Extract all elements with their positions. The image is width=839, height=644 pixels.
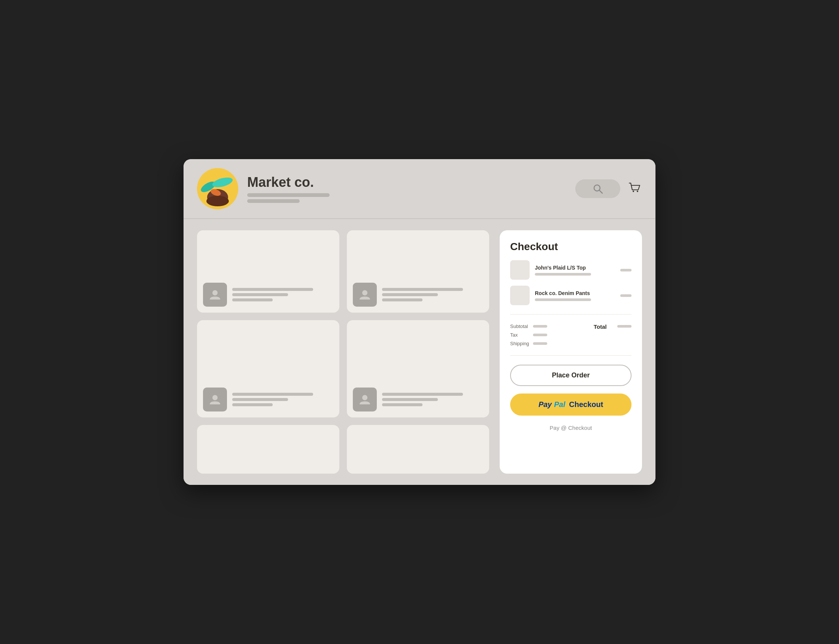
paypal-checkout-text: Checkout	[569, 400, 603, 409]
product-avatar	[353, 283, 377, 307]
product-line	[382, 403, 423, 406]
product-card[interactable]	[347, 230, 489, 313]
header-text: Market co.	[247, 174, 566, 203]
paypal-pal-text: Pal	[554, 400, 565, 409]
checkout-items: John's Plaid L/S Top Rock co. Denim Pant…	[510, 260, 632, 305]
shipping-row: Shipping	[510, 341, 547, 346]
product-line	[382, 393, 463, 396]
header-subtitle-line1	[247, 193, 330, 197]
product-lines	[382, 288, 483, 301]
svg-line-7	[599, 190, 602, 193]
paypal-pay-text: Pay	[539, 400, 552, 409]
product-grid	[197, 230, 489, 474]
item-thumbnail	[510, 260, 530, 280]
item-info: Rock co. Denim Pants	[535, 290, 615, 301]
total-summary: Total	[555, 324, 632, 346]
product-line	[232, 403, 273, 406]
item-info: John's Plaid L/S Top	[535, 265, 615, 276]
product-line	[382, 288, 463, 291]
product-avatar	[203, 283, 227, 307]
product-line	[232, 298, 273, 301]
product-card[interactable]	[197, 230, 339, 313]
subtotal-value	[533, 325, 547, 328]
cart-icon	[628, 181, 642, 195]
header-title: Market co.	[247, 174, 566, 190]
subtotal-row: Subtotal	[510, 324, 547, 329]
divider	[510, 355, 632, 356]
header-subtitle-line2	[247, 199, 299, 203]
product-card[interactable]	[347, 320, 489, 417]
product-line	[232, 398, 288, 401]
svg-point-9	[637, 191, 638, 192]
item-price-placeholder	[620, 269, 632, 271]
checkout-title: Checkout	[510, 241, 632, 253]
checkout-item: Rock co. Denim Pants	[510, 286, 632, 305]
place-order-button[interactable]: Place Order	[510, 365, 632, 386]
total-label: Total	[594, 324, 614, 330]
item-thumbnail	[510, 286, 530, 305]
totals-section: Subtotal Tax Shipping Total	[510, 324, 632, 346]
product-avatar	[203, 388, 227, 411]
shipping-label: Shipping	[510, 341, 531, 346]
logo	[197, 168, 238, 209]
svg-point-8	[633, 191, 634, 192]
main-content: Checkout John's Plaid L/S Top Rock co. D…	[184, 219, 655, 485]
item-detail-line	[535, 273, 591, 276]
tax-row: Tax	[510, 332, 547, 338]
search-button[interactable]	[575, 179, 620, 198]
search-icon	[592, 184, 603, 194]
item-price-placeholder	[620, 294, 632, 297]
svg-point-12	[212, 395, 218, 400]
product-lines	[232, 288, 333, 301]
tax-label: Tax	[510, 332, 531, 338]
divider	[510, 314, 632, 314]
product-avatar	[353, 388, 377, 411]
tax-value	[533, 334, 547, 336]
browser-window: Market co.	[184, 159, 655, 485]
product-line	[232, 293, 288, 296]
svg-point-13	[362, 395, 367, 400]
product-card[interactable]	[197, 425, 339, 474]
subtotal-label: Subtotal	[510, 324, 531, 329]
shipping-value	[533, 342, 547, 345]
product-lines	[382, 393, 483, 406]
product-line	[232, 393, 313, 396]
item-detail-line	[535, 298, 591, 301]
totals-labels: Subtotal Tax Shipping	[510, 324, 547, 346]
product-card[interactable]	[347, 425, 489, 474]
product-lines	[232, 393, 333, 406]
pay-at-checkout-label: Pay @ Checkout	[510, 425, 632, 431]
product-line	[382, 298, 423, 301]
item-name: John's Plaid L/S Top	[535, 265, 615, 271]
svg-point-5	[206, 196, 229, 206]
svg-point-10	[212, 290, 218, 296]
product-line	[382, 293, 438, 296]
cart-button[interactable]	[628, 181, 642, 197]
header: Market co.	[184, 159, 655, 219]
total-value	[617, 325, 632, 328]
product-card[interactable]	[197, 320, 339, 417]
header-actions	[575, 179, 642, 198]
checkout-panel: Checkout John's Plaid L/S Top Rock co. D…	[500, 230, 642, 474]
svg-point-11	[362, 290, 367, 296]
product-line	[382, 398, 438, 401]
paypal-checkout-button[interactable]: PayPal Checkout	[510, 394, 632, 416]
item-name: Rock co. Denim Pants	[535, 290, 615, 296]
product-line	[232, 288, 313, 291]
checkout-item: John's Plaid L/S Top	[510, 260, 632, 280]
